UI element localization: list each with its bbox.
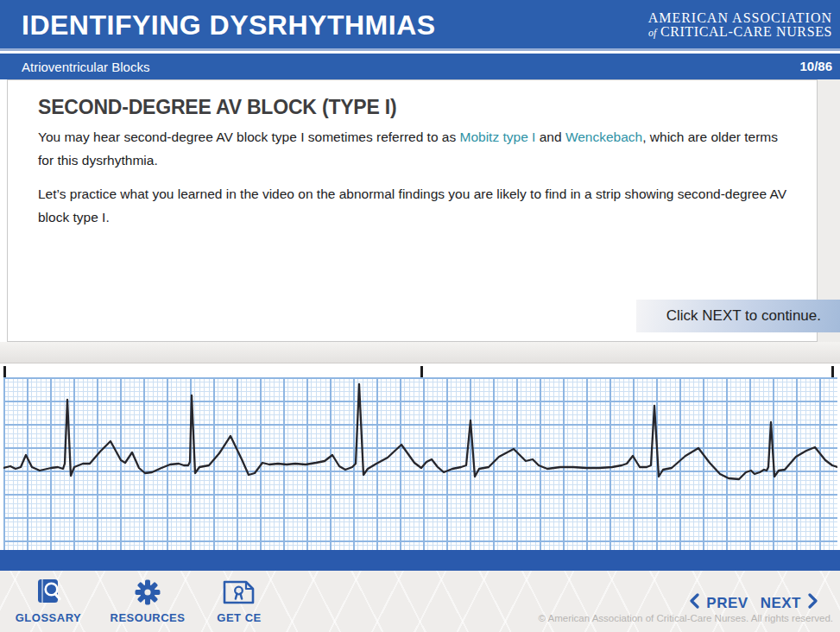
aacn-logo-name: CRITICAL-CARE NURSES: [660, 24, 832, 39]
ecg-tick-mark: [420, 366, 423, 378]
paragraph-intro-text2: and: [535, 130, 565, 144]
bottom-divider-bar: [0, 550, 840, 571]
next-button[interactable]: NEXT: [761, 593, 818, 613]
get-ce-button[interactable]: GET CE: [191, 578, 287, 625]
copyright-notice: © American Association of Critical-Care …: [539, 613, 833, 623]
resources-button[interactable]: RESOURCES: [99, 578, 196, 625]
header-bar: IDENTIFYING DYSRHYTHMIAS AMERICAN ASSOCI…: [0, 0, 840, 51]
ecg-waveform: [3, 377, 837, 550]
glossary-button[interactable]: GLOSSARY: [0, 578, 97, 625]
chevron-right-icon: [808, 593, 818, 613]
page-counter: 10/86: [799, 59, 832, 73]
gear-icon: [99, 578, 196, 607]
paragraph-intro-text1: You may hear second-degree AV block type…: [38, 130, 460, 144]
chevron-left-icon: [689, 593, 699, 613]
paragraph-practice: Let’s practice what you learned in the v…: [38, 182, 787, 229]
page-navigation: PREV NEXT: [689, 593, 818, 613]
glossary-book-magnifier-icon: [0, 578, 97, 607]
prev-button-label: PREV: [706, 595, 748, 612]
course-title: IDENTIFYING DYSRHYTHMIAS: [22, 9, 436, 41]
paragraph-intro: You may hear second-degree AV block type…: [38, 125, 787, 172]
ecg-grid-paper: [3, 377, 837, 550]
aacn-logo-line1: AMERICAN ASSOCIATION: [648, 11, 832, 25]
prev-button[interactable]: PREV: [689, 593, 748, 613]
next-button-label: NEXT: [761, 595, 801, 612]
get-ce-button-label: GET CE: [217, 611, 261, 624]
section-title: Atrioventricular Blocks: [22, 60, 149, 74]
course-window: IDENTIFYING DYSRHYTHMIAS AMERICAN ASSOCI…: [0, 0, 840, 632]
page-title: SECOND-DEGREE AV BLOCK (TYPE I): [38, 96, 397, 119]
certificate-icon: [191, 578, 287, 607]
ecg-strip-section: [0, 363, 840, 550]
glossary-button-label: GLOSSARY: [16, 611, 81, 624]
glossary-link-mobitz[interactable]: Mobitz type I: [460, 130, 536, 144]
ecg-tick-mark: [831, 366, 834, 378]
glossary-link-wenckebach[interactable]: Wenckebach: [565, 130, 642, 144]
resources-button-label: RESOURCES: [111, 611, 186, 624]
card-bottom-band: [0, 342, 840, 363]
main-region: SECOND-DEGREE AV BLOCK (TYPE I) You may …: [0, 79, 840, 363]
aacn-logo-of: of: [648, 27, 656, 39]
ecg-tick-mark: [3, 366, 6, 378]
next-prompt-banner: Click NEXT to continue.: [636, 300, 840, 332]
section-bar: Atrioventricular Blocks 10/86: [0, 54, 840, 79]
aacn-logo-line2: of CRITICAL-CARE NURSES: [648, 25, 832, 40]
ecg-waveform-path: [3, 384, 837, 479]
footer-bar: GLOSSARY: [0, 571, 840, 632]
aacn-logo: AMERICAN ASSOCIATION of CRITICAL-CARE NU…: [648, 11, 832, 40]
